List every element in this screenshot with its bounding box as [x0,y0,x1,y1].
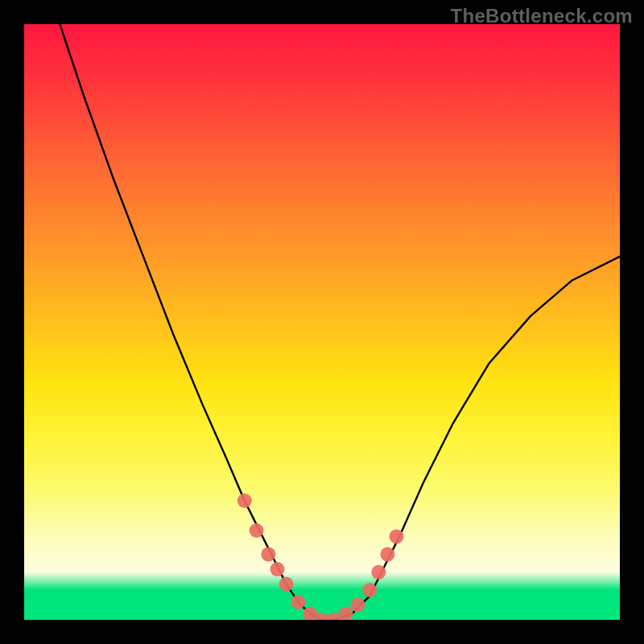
highlight-marker [270,562,285,576]
highlight-marker [237,493,252,508]
highlight-marker [279,577,294,592]
chart-frame [24,24,620,620]
highlight-marker [339,607,353,620]
highlight-marker [380,547,394,562]
highlight-marker [390,529,404,543]
highlight-marker [350,598,365,613]
bottleneck-curve [60,24,620,620]
highlight-marker [371,565,386,580]
highlight-marker [261,547,275,562]
highlight-marker [291,595,305,609]
chart-svg [24,24,620,620]
highlight-marker [362,583,377,597]
highlight-marker [250,523,264,538]
